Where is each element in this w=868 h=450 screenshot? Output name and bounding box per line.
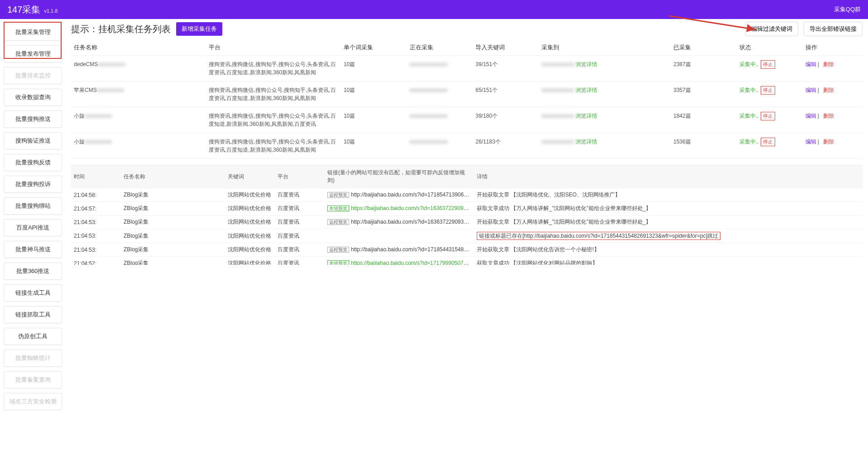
view-detail-link[interactable]: 浏览详情 <box>575 87 597 93</box>
th-keywords: 导入关键词 <box>473 40 539 56</box>
log-task: ZBlog采集 <box>121 202 225 215</box>
sidebar-item[interactable]: 批量360推送 <box>4 263 62 280</box>
log-th-plat: 平台 <box>275 165 325 188</box>
stop-button[interactable]: 停止 <box>761 112 775 120</box>
cell-name: 苹果CMSxxxxxxxxxx <box>71 81 206 107</box>
delete-link[interactable]: 删除 <box>823 139 834 145</box>
cell-name: 小旋xxxxxxxxxx <box>71 107 206 133</box>
th-op: 操作 <box>803 40 863 56</box>
cell-status: 采集中..停止 <box>737 159 803 163</box>
export-errors-button[interactable]: 导出全部错误链接 <box>804 22 863 36</box>
cell-collect-to: xxxxxxxxxxxx 浏览详情 <box>539 56 671 81</box>
cell-platform: 搜狗资讯,搜狗微信,搜狗知乎,搜狗公众号,头条资讯,百度资讯,百度知道,新浪新闻… <box>206 56 341 81</box>
log-panel: 时间 任务名称 关键词 平台 链接(量小的网站可能没有匹配，如需要可群内反馈增加… <box>71 165 863 445</box>
log-detail: 获取文章成功 【万人网络讲解_"沈阳网站优化"能给企业带来哪些好处_】 <box>474 202 863 215</box>
view-detail-link[interactable]: 浏览详情 <box>575 113 597 119</box>
log-time: 21:04:58: <box>71 188 121 202</box>
stop-button[interactable]: 停止 <box>761 86 775 95</box>
cell-collect-to: xxxxxxxxxxxx 浏览详情 <box>539 107 671 133</box>
log-link: 远程预览http://baijiahao.baidu.com/s?id=1718… <box>325 188 474 202</box>
edit-link[interactable]: 编辑 <box>806 61 816 67</box>
cell-platform: 搜狗资讯,搜狗微信,搜狗知乎,搜狗公众号,头条资讯 <box>206 159 341 163</box>
cell-collected: 1842篇 <box>671 107 737 133</box>
local-preview-tag[interactable]: 本地预览 <box>327 206 349 211</box>
log-plat: 百度资讯 <box>275 243 325 257</box>
sidebar-item[interactable]: 收录数据查询 <box>4 89 62 106</box>
th-single: 单个词采集 <box>341 40 407 56</box>
view-detail-link[interactable]: 浏览详情 <box>575 61 597 67</box>
log-th-detail: 详情 <box>474 165 863 188</box>
log-detail-highlight: 链接或标题已存在[http://baijiahao.baidu.com/s?id… <box>477 232 720 240</box>
sidebar-item[interactable]: 批量发布管理 <box>4 45 62 62</box>
delete-link[interactable]: 删除 <box>823 61 834 67</box>
log-detail: 链接或标题已存在[http://baijiahao.baidu.com/s?id… <box>474 229 863 243</box>
sidebar-item[interactable]: 批量搜狗推送 <box>4 110 62 128</box>
cell-op: 编辑 | 删除 <box>803 107 863 133</box>
remote-preview-tag[interactable]: 远程预览 <box>327 219 349 225</box>
remote-preview-tag[interactable]: 远程预览 <box>327 247 349 253</box>
sidebar-item: 域名三方安全检测 <box>4 393 62 410</box>
sidebar-item[interactable]: 批量搜狗绑站 <box>4 197 62 215</box>
edit-link[interactable]: 编辑 <box>806 87 816 93</box>
log-detail: 开始获取文章 【沈阳网络优化、沈阳SEO、沈阳网络推广】 <box>474 188 863 202</box>
sidebar-item[interactable]: 百度API推送 <box>4 219 62 236</box>
log-link: 远程预览http://baijiahao.baidu.com/s?id=1636… <box>325 215 474 229</box>
edit-link[interactable]: 编辑 <box>806 113 816 119</box>
add-task-button[interactable]: 新增采集任务 <box>176 22 222 36</box>
th-status: 状态 <box>737 40 803 56</box>
delete-link[interactable]: 删除 <box>823 87 834 93</box>
log-time: 21:04:53: <box>71 243 121 257</box>
cell-running: xxxxxxxxxxxxxx <box>407 107 473 133</box>
delete-link[interactable]: 删除 <box>823 113 834 119</box>
cell-platform: 搜狗资讯,搜狗微信,搜狗知乎,搜狗公众号,头条资讯,百度知道,新浪新闻,360新… <box>206 107 341 133</box>
local-preview-tag[interactable]: 本地预览 <box>327 260 349 265</box>
log-task: ZBlog采集 <box>121 229 225 243</box>
sidebar-item[interactable]: 链接抓取工具 <box>4 306 62 323</box>
cell-platform: 搜狗资讯,搜狗微信,搜狗知乎,搜狗公众号,头条资讯,百度资讯,百度知道,新浪新闻… <box>206 133 341 159</box>
cell-platform: 搜狗资讯,搜狗微信,搜狗公众号,搜狗知乎,头条资讯,百度资讯,百度知道,新浪新闻… <box>206 81 341 107</box>
cell-collected: 1536篇 <box>671 133 737 159</box>
view-detail-link[interactable]: 浏览详情 <box>575 139 597 145</box>
th-name: 任务名称 <box>71 40 206 56</box>
sidebar-item[interactable]: 伪原创工具 <box>4 328 62 345</box>
log-link: 本地预览https://baijiahao.baidu.com/s?id=171… <box>325 257 474 265</box>
log-kw: 沈阳网站优化价格 <box>225 257 275 265</box>
edit-link[interactable]: 编辑 <box>806 139 816 145</box>
sidebar-item[interactable]: 批量搜狗投诉 <box>4 176 62 193</box>
cell-running: xxxxxxxxxxxxxx <box>407 159 473 163</box>
stop-button[interactable]: 停止 <box>761 138 775 146</box>
sidebar-item: 批量蜘蛛统计 <box>4 349 62 367</box>
log-row: 21:04:53:ZBlog采集沈阳网站优化价格百度资讯远程预览http://b… <box>71 215 863 229</box>
log-kw: 沈阳网站优化价格 <box>225 243 275 257</box>
main-content: 提示：挂机采集任务列表 新增采集任务 编辑过滤关键词 导出全部错误链接 任务名称… <box>66 19 868 450</box>
log-detail: 获取文章成功 【沈阳网站优化对网站品牌的影响】 <box>474 257 863 265</box>
log-link: 远程预览http://baijiahao.baidu.com/s?id=1718… <box>325 243 474 257</box>
sidebar-item: 批量备案查询 <box>4 371 62 388</box>
remote-preview-tag[interactable]: 远程预览 <box>327 192 349 198</box>
page-title: 提示：挂机采集任务列表 <box>71 23 171 35</box>
log-row: 21:04:58:ZBlog采集沈阳网站优化价格百度资讯远程预览http://b… <box>71 188 863 202</box>
app-title: 147采集 <box>7 4 40 16</box>
sidebar-item[interactable]: 搜狗验证推送 <box>4 132 62 149</box>
cell-keywords: 6/239个 <box>473 159 539 163</box>
cell-status: 采集中..停止 <box>737 81 803 107</box>
th-collect-to: 采集到 <box>539 40 671 56</box>
stop-button[interactable]: 停止 <box>761 60 775 69</box>
th-running: 正在采集 <box>407 40 473 56</box>
app-header: 147采集 v1.1.8 采集QQ群 <box>0 0 868 19</box>
edit-filter-button[interactable]: 编辑过滤关键词 <box>745 22 798 36</box>
log-kw: 沈阳网站优化价格 <box>225 202 275 215</box>
cell-single: 10篇 <box>341 107 407 133</box>
sidebar-item[interactable]: 批量神马推送 <box>4 241 62 258</box>
log-row: 21:04:52:ZBlog采集沈阳网站优化价格百度资讯本地预览https://… <box>71 257 863 265</box>
log-kw: 沈阳网站优化价格 <box>225 215 275 229</box>
cell-running: xxxxxxxxxxxxxx <box>407 56 473 81</box>
qq-group-link[interactable]: 采集QQ群 <box>834 5 861 14</box>
log-kw: 沈阳网站优化价格 <box>225 188 275 202</box>
cell-collect-to: xxxxxxxxxxxx 浏览详情 <box>539 133 671 159</box>
sidebar-item[interactable]: 链接生成工具 <box>4 284 62 302</box>
sidebar-item[interactable]: 批量采集管理 <box>4 24 62 41</box>
cell-name: dedeCMSxxxxxxxxxx <box>71 56 206 81</box>
sidebar-item[interactable]: 批量搜狗反馈 <box>4 154 62 171</box>
cell-single: 10篇 <box>341 159 407 163</box>
